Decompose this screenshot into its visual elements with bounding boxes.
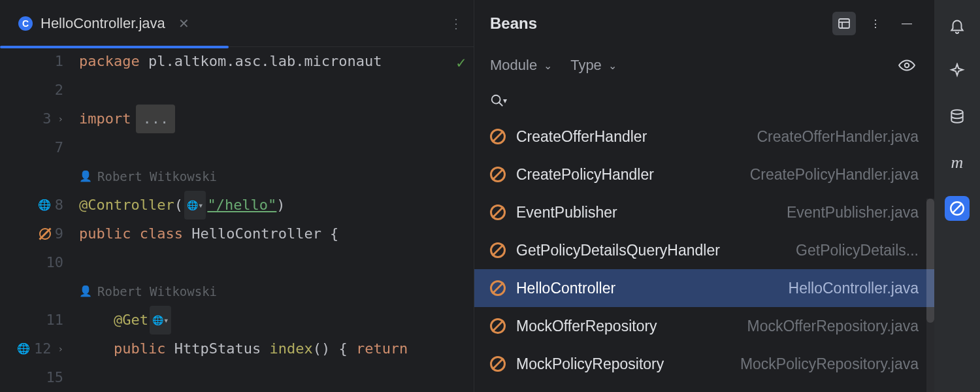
code-line[interactable]: @Controller(🌐▾"/hello") [79, 191, 474, 220]
type-filter[interactable]: Type ⌄ [570, 57, 617, 74]
code-line[interactable] [79, 76, 474, 105]
gutter-line [0, 162, 67, 191]
chevron-down-icon: ⌄ [608, 59, 617, 72]
panel-minimize-button[interactable]: — [895, 12, 919, 35]
tab-filename: HelloController.java [41, 15, 165, 32]
line-gutter: 123›7🌐891011🌐12›15 [0, 47, 75, 392]
code-area[interactable]: 123›7🌐891011🌐12›15 ✓ package pl.altkom.a… [0, 47, 474, 392]
bean-file: MockPolicyRepository.java [740, 355, 919, 373]
sparkle-icon [949, 63, 966, 80]
bell-icon [949, 17, 966, 34]
gutter-line: 🌐12› [0, 335, 67, 363]
code-line[interactable]: @Get🌐▾ [79, 306, 474, 335]
fold-toggle[interactable]: › [58, 105, 63, 133]
inspections-ok-icon[interactable]: ✓ [457, 48, 466, 77]
visibility-toggle[interactable] [895, 54, 919, 77]
search-dropdown-chevron: ▾ [503, 96, 507, 105]
type-filter-label: Type [570, 57, 602, 74]
tab-more-button[interactable]: ⋮ [444, 10, 466, 37]
bean-icon [490, 242, 506, 258]
bean-name: HelloController [516, 280, 778, 297]
code-line[interactable]: public HttpStatus index() { return [79, 335, 474, 363]
bean-file: HelloController.java [789, 280, 919, 297]
gutter-line: 10 [0, 248, 67, 277]
svg-point-4 [492, 95, 500, 104]
svg-line-5 [499, 103, 503, 106]
svg-rect-0 [839, 19, 849, 28]
person-icon: 👤 [79, 162, 92, 191]
beans-header: Beans ⋮ — [474, 0, 934, 47]
gutter-line: 7 [0, 133, 67, 162]
gutter-line: 9 [0, 220, 67, 248]
svg-point-3 [905, 63, 909, 68]
module-filter-label: Module [490, 57, 537, 74]
code-line[interactable]: 👤Robert Witkowski [79, 277, 474, 306]
editor-tab[interactable]: C HelloController.java ✕ [8, 10, 200, 37]
bean-name: GetPolicyDetailsQueryHandler [516, 242, 785, 259]
chevron-down-icon: ⌄ [544, 59, 552, 72]
svg-point-6 [951, 110, 962, 114]
prohibit-icon [949, 200, 966, 217]
url-inlay-badge[interactable]: 🌐▾ [184, 191, 206, 220]
bean-name: CreateOfferHandler [516, 128, 746, 146]
scrollbar-thumb[interactable] [926, 199, 934, 323]
bean-item[interactable]: CreateOfferHandlerCreateOfferHandler.jav… [474, 118, 934, 155]
gutter-line: 3› [0, 105, 67, 133]
bean-file: CreateOfferHandler.java [757, 128, 919, 146]
database-tool[interactable] [945, 105, 970, 129]
ai-assistant-tool[interactable] [945, 59, 970, 84]
bean-file: CreatePolicyHandler.java [750, 166, 919, 184]
gutter-line: 1 [0, 47, 67, 76]
close-tab-button[interactable]: ✕ [178, 16, 189, 31]
bean-item[interactable]: CreatePolicyHandlerCreatePolicyHandler.j… [474, 155, 934, 193]
beans-tool[interactable] [945, 196, 970, 221]
bean-icon [490, 167, 506, 182]
bean-name: CreatePolicyHandler [516, 166, 740, 184]
bean-icon [490, 318, 506, 334]
gutter-line: 2 [0, 76, 67, 105]
bean-icon [490, 204, 506, 220]
filter-row: Module ⌄ Type ⌄ [474, 47, 934, 84]
notifications-tool[interactable] [945, 13, 970, 38]
endpoint-gutter-icon[interactable]: 🌐 [17, 335, 30, 363]
code-line[interactable]: import... [79, 105, 474, 133]
bean-item[interactable]: MockPolicyRepositoryMockPolicyRepository… [474, 345, 934, 383]
code-column[interactable]: ✓ package pl.altkom.asc.lab.micronautimp… [75, 47, 474, 392]
fold-toggle[interactable]: › [58, 335, 63, 363]
bean-file: MockOfferRepository.java [747, 318, 919, 335]
author-annotation: 👤Robert Witkowski [79, 162, 217, 191]
right-tool-rail: m [934, 0, 980, 392]
svg-line-8 [952, 203, 962, 213]
bean-gutter-icon[interactable] [39, 228, 51, 240]
gutter-line: 15 [0, 363, 67, 392]
code-line[interactable]: 👤Robert Witkowski [79, 162, 474, 191]
bean-icon [490, 356, 506, 372]
code-line[interactable] [79, 363, 474, 392]
code-line[interactable]: package pl.altkom.asc.lab.micronaut [79, 47, 474, 76]
bean-icon [490, 129, 506, 144]
panel-more-button[interactable]: ⋮ [864, 12, 887, 35]
view-mode-button[interactable] [832, 12, 856, 35]
beans-search[interactable]: ▾ [474, 84, 934, 118]
database-icon [949, 108, 966, 125]
bean-name: MockPolicyRepository [516, 355, 730, 373]
beans-list: CreateOfferHandlerCreateOfferHandler.jav… [474, 118, 934, 392]
beans-title: Beans [490, 14, 537, 33]
bean-item[interactable]: EventPublisherEventPublisher.java [474, 193, 934, 231]
bean-item[interactable]: MockOfferRepositoryMockOfferRepository.j… [474, 307, 934, 345]
bean-item[interactable]: HelloControllerHelloController.java [474, 269, 934, 307]
bean-item[interactable]: GetPolicyDetailsQueryHandlerGetPolicyDet… [474, 231, 934, 269]
tab-bar: C HelloController.java ✕ ⋮ [0, 0, 474, 47]
module-filter[interactable]: Module ⌄ [490, 57, 552, 74]
code-line[interactable] [79, 133, 474, 162]
bean-file: GetPolicyDetails... [796, 242, 919, 259]
bean-name: MockOfferRepository [516, 318, 737, 335]
code-line[interactable] [79, 248, 474, 277]
editor-pane: C HelloController.java ✕ ⋮ 123›7🌐891011🌐… [0, 0, 474, 392]
maven-tool[interactable]: m [945, 150, 970, 175]
gutter-line [0, 277, 67, 306]
folded-code[interactable]: ... [136, 105, 175, 133]
code-line[interactable]: public class HelloController { [79, 220, 474, 248]
endpoint-gutter-icon[interactable]: 🌐 [38, 191, 51, 220]
url-inlay-badge[interactable]: 🌐▾ [150, 306, 171, 335]
